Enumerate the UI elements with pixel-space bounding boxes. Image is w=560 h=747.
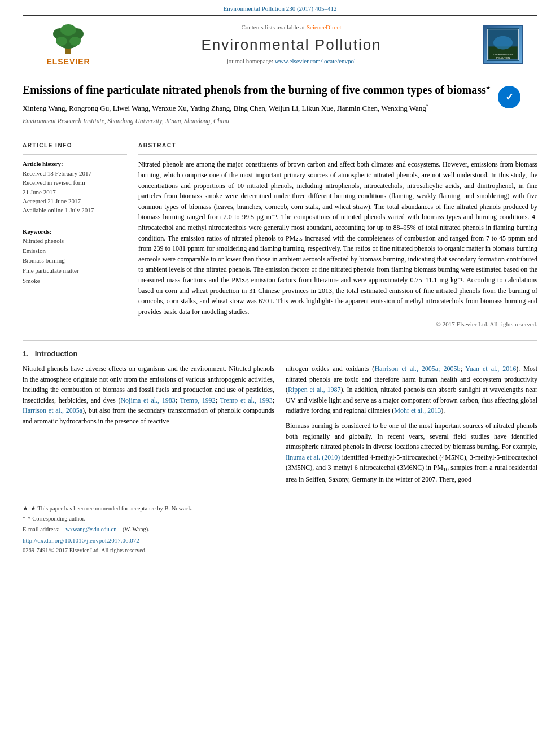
footer-issn: 0269-7491/© 2017 Elsevier Ltd. All right… bbox=[23, 547, 537, 555]
crossmark-icon: ✓ bbox=[497, 85, 522, 110]
ref-rippen[interactable]: Rippen et al., 1987 bbox=[288, 386, 341, 394]
keywords-section: Keywords: Nitrated phenols Emission Biom… bbox=[23, 227, 127, 286]
ref-harrison2[interactable]: Harrison et al., 2005a; 2005b bbox=[374, 365, 460, 373]
footer-note1: ★ ★ This paper has been recommended for … bbox=[23, 505, 537, 513]
svg-text:POLLUTION: POLLUTION bbox=[496, 56, 510, 59]
article-title: Emissions of fine particulate nitrated p… bbox=[23, 82, 490, 97]
keyword-3: Biomass burning bbox=[23, 256, 127, 266]
journal-citation: Environmental Pollution 230 (2017) 405–4… bbox=[0, 0, 560, 15]
ref-yuan[interactable]: Yuan et al., 2016 bbox=[465, 365, 516, 373]
svg-text:ENVIRONMENTAL: ENVIRONMENTAL bbox=[493, 53, 514, 56]
ref-tremp1[interactable]: Tremp, 1992 bbox=[180, 396, 216, 404]
introduction-section: 1. Introduction Nitrated phenols have ad… bbox=[23, 340, 537, 490]
elsevier-branding: ELSEVIER bbox=[32, 21, 105, 68]
svg-text:✓: ✓ bbox=[505, 91, 513, 103]
abstract-text: Nitrated phenols are among the major con… bbox=[138, 159, 537, 317]
article-content: Emissions of fine particulate nitrated p… bbox=[0, 73, 560, 555]
svg-point-6 bbox=[69, 37, 81, 46]
journal-citation-link[interactable]: Environmental Pollution 230 (2017) 405–4… bbox=[223, 5, 336, 12]
abstract-header: ABSTRACT bbox=[138, 142, 537, 150]
intro-right-col: nitrogen oxides and oxidants (Harrison e… bbox=[286, 364, 537, 490]
footer-email: E-mail address: wxwang@sdu.edu.cn (W. Wa… bbox=[23, 526, 537, 534]
ref-mohr[interactable]: Mohr et al., 2013 bbox=[394, 407, 441, 414]
footer-email-link[interactable]: wxwang@sdu.edu.cn bbox=[65, 526, 116, 534]
sciencedirect-link[interactable]: ScienceDirect bbox=[307, 24, 342, 30]
ref-harrison[interactable]: Harrison et al., 2005a bbox=[23, 407, 82, 414]
keyword-2: Emission bbox=[23, 246, 127, 256]
copyright: © 2017 Elsevier Ltd. All rights reserved… bbox=[138, 320, 537, 329]
elsevier-tree-icon bbox=[46, 21, 91, 55]
intro-left-col: Nitrated phenols have adverse effects on… bbox=[23, 364, 274, 490]
footer-doi-section: http://dx.doi.org/10.1016/j.envpol.2017.… bbox=[23, 536, 537, 545]
keyword-1: Nitrated phenols bbox=[23, 236, 127, 246]
affiliation: Environment Research Institute, Shandong… bbox=[23, 116, 490, 125]
article-title-section: Emissions of fine particulate nitrated p… bbox=[23, 82, 537, 137]
footer: ★ ★ This paper has been recommended for … bbox=[23, 501, 537, 554]
ref-iinuma[interactable]: Iinuma et al. (2010) bbox=[286, 453, 340, 461]
elsevier-text: ELSEVIER bbox=[46, 56, 90, 68]
ref-tremp2[interactable]: Tremp et al., 1993 bbox=[220, 396, 273, 404]
svg-point-5 bbox=[56, 37, 67, 46]
intro-para1: Nitrated phenols have adverse effects on… bbox=[23, 364, 274, 427]
article-info-col: ARTICLE INFO Article history: Received 1… bbox=[23, 142, 127, 329]
authors: Xinfeng Wang, Rongrong Gu, Liwei Wang, W… bbox=[23, 103, 490, 115]
intro-heading: 1. Introduction bbox=[23, 349, 537, 359]
intro-para2: nitrogen oxides and oxidants (Harrison e… bbox=[286, 364, 537, 416]
env-pollution-icon: ENVIRONMENTAL POLLUTION bbox=[483, 25, 523, 64]
journal-homepage: journal homepage: www.elsevier.com/locat… bbox=[116, 57, 466, 65]
svg-point-10 bbox=[493, 36, 513, 50]
intro-para3: Biomass burning is considered to be one … bbox=[286, 421, 537, 485]
journal-homepage-link[interactable]: www.elsevier.com/locate/envpol bbox=[275, 58, 356, 64]
journal-icon: ENVIRONMENTAL POLLUTION bbox=[478, 25, 528, 64]
ref-nojima[interactable]: Nojima et al., 1983 bbox=[120, 396, 175, 404]
abstract-col: ABSTRACT Nitrated phenols are among the … bbox=[138, 142, 537, 329]
info-abstract-section: ARTICLE INFO Article history: Received 1… bbox=[23, 142, 537, 329]
keyword-4: Fine particulate matter bbox=[23, 266, 127, 276]
journal-header-center: Contents lists available at ScienceDirec… bbox=[105, 21, 478, 68]
article-history: Article history: Received 18 February 20… bbox=[23, 159, 127, 215]
svg-point-4 bbox=[60, 24, 76, 36]
intro-two-col: Nitrated phenols have adverse effects on… bbox=[23, 364, 537, 490]
sciencedirect-line: Contents lists available at ScienceDirec… bbox=[116, 23, 466, 32]
elsevier-logo: ELSEVIER bbox=[46, 21, 91, 68]
doi-link[interactable]: http://dx.doi.org/10.1016/j.envpol.2017.… bbox=[23, 537, 139, 544]
footer-note2: * * Corresponding author. bbox=[23, 515, 537, 523]
journal-title: Environmental Pollution bbox=[116, 34, 466, 55]
article-info-header: ARTICLE INFO bbox=[23, 142, 127, 150]
keyword-5: Smoke bbox=[23, 276, 127, 286]
crossmark-badge[interactable]: ✓ bbox=[497, 85, 522, 112]
journal-header: ELSEVIER Contents lists available at Sci… bbox=[23, 15, 537, 73]
